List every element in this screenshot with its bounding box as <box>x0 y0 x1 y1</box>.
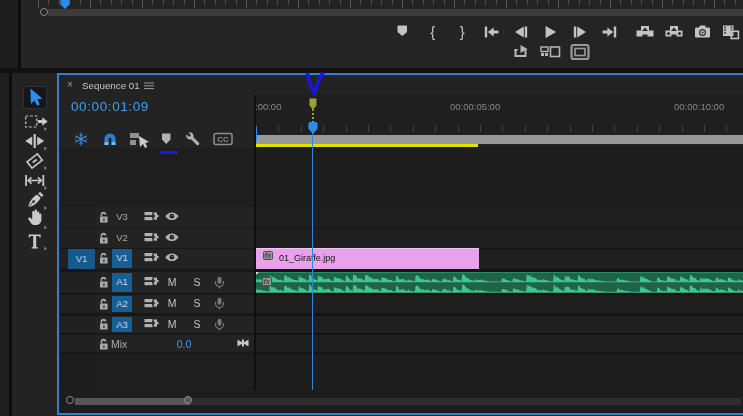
svg-text:}: } <box>460 23 465 40</box>
svg-text:CC: CC <box>217 135 229 144</box>
svg-text:{: { <box>430 23 435 40</box>
